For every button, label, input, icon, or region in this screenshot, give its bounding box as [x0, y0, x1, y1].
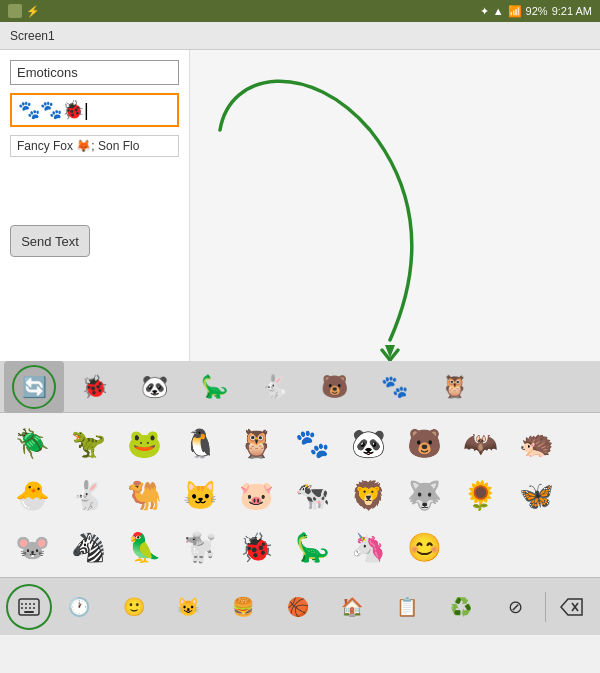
emoji-input-content: 🐾🐾🐞| [18, 100, 89, 120]
emoticons-label: Emoticons [10, 60, 179, 85]
emoji-trex[interactable]: 🦖 [60, 417, 116, 469]
travel-button[interactable]: 🏠 [325, 584, 380, 630]
emoji-keyboard: 🔄 🐞 🐼 🦕 🐇 🐻 🐾 🦉 🪲 🦖 🐸 🐧 🦉 🐾 🐼 🐻 🦇 🦔 🐣 🐇 [0, 361, 600, 635]
title-bar: Screen1 [0, 22, 600, 50]
objects-button[interactable]: 📋 [379, 584, 434, 630]
emoji-mouse[interactable]: 🐭 [4, 521, 60, 573]
status-bar: ⚡ ✦ ▲ 📶 92% 9:21 AM [0, 0, 600, 22]
food-button[interactable]: 🍔 [216, 584, 271, 630]
emoji-ladybug[interactable]: 🐞 [228, 521, 284, 573]
emoji-pig[interactable]: 🐷 [228, 469, 284, 521]
battery-text: 92% [526, 5, 548, 17]
emoji-cow[interactable]: 🐄 [284, 469, 340, 521]
app-indicator: ⚡ [26, 5, 40, 18]
status-bar-left: ⚡ [8, 4, 40, 18]
emoji-empty-2 [508, 521, 564, 573]
emoji-owl[interactable]: 🦉 [228, 417, 284, 469]
keyboard-icon [18, 598, 40, 616]
emoji-empty-1 [452, 521, 508, 573]
emoji-penguin[interactable]: 🐧 [172, 417, 228, 469]
face-button[interactable]: 😺 [161, 584, 216, 630]
emoji-camel[interactable]: 🐫 [116, 469, 172, 521]
emoji-paw[interactable]: 🐾 [284, 417, 340, 469]
emoji-unicorn[interactable]: 🦄 [340, 521, 396, 573]
recent-button[interactable]: 🕐 [52, 584, 107, 630]
emoji-row-3: 🐭 🦓 🦜 🐩 🐞 🦕 🦄 😊 [4, 521, 596, 573]
arrow-annotation [190, 50, 600, 361]
emoji-cat[interactable]: 🐱 [172, 469, 228, 521]
kb-divider [545, 592, 546, 622]
suggestion-dropdown[interactable]: Fancy Fox 🦊; Son Flo [10, 135, 179, 157]
emoji-hedgehog[interactable]: 🦔 [508, 417, 564, 469]
emoji-row-1: 🪲 🦖 🐸 🐧 🦉 🐾 🐼 🐻 🦇 🦔 [4, 417, 596, 469]
svg-marker-0 [385, 345, 395, 358]
right-panel [190, 50, 600, 361]
emoji-panda[interactable]: 🐼 [340, 417, 396, 469]
emoji-frog[interactable]: 🐸 [116, 417, 172, 469]
screen-title: Screen1 [10, 29, 55, 43]
category-panda[interactable]: 🐼 [124, 361, 184, 413]
emoji-bat[interactable]: 🦇 [452, 417, 508, 469]
smiley-button[interactable]: 🙂 [107, 584, 162, 630]
bluetooth-icon: ✦ [480, 5, 489, 18]
emoji-butterfly[interactable]: 🦋 [508, 469, 564, 521]
symbols-button[interactable]: ♻️ [434, 584, 489, 630]
emoji-chick[interactable]: 🐣 [4, 469, 60, 521]
emoji-zebra[interactable]: 🦓 [60, 521, 116, 573]
emoji-smile[interactable]: 😊 [396, 521, 452, 573]
category-bear[interactable]: 🐻 [304, 361, 364, 413]
svg-line-1 [382, 350, 390, 360]
activity-button[interactable]: 🏀 [270, 584, 325, 630]
emoji-rabbit[interactable]: 🐇 [60, 469, 116, 521]
emoji-sauropod[interactable]: 🦕 [284, 521, 340, 573]
emoji-lion[interactable]: 🦁 [340, 469, 396, 521]
category-dino[interactable]: 🦕 [184, 361, 244, 413]
signal-icon: ▲ [493, 5, 504, 17]
keyboard-bottom-bar: 🕐 🙂 😺 🍔 🏀 🏠 📋 ♻️ ⊘ [0, 577, 600, 635]
emoji-bear[interactable]: 🐻 [396, 417, 452, 469]
category-rabbit[interactable]: 🐇 [244, 361, 304, 413]
emoji-parrot[interactable]: 🦜 [116, 521, 172, 573]
app-area: Emoticons 🐾🐾🐞| Fancy Fox 🦊; Son Flo Send… [0, 50, 600, 361]
emoji-grid: 🪲 🦖 🐸 🐧 🦉 🐾 🐼 🐻 🦇 🦔 🐣 🐇 🐫 🐱 🐷 🐄 🦁 🐺 🌻 🦋 [0, 413, 600, 577]
time-display: 9:21 AM [552, 5, 592, 17]
emoji-wolf[interactable]: 🐺 [396, 469, 452, 521]
keyboard-circle [6, 584, 52, 630]
emoji-input[interactable]: 🐾🐾🐞| [10, 93, 179, 127]
category-bug[interactable]: 🐞 [64, 361, 124, 413]
status-bar-right: ✦ ▲ 📶 92% 9:21 AM [480, 5, 592, 18]
backspace-icon [559, 598, 583, 616]
emoji-row-2: 🐣 🐇 🐫 🐱 🐷 🐄 🦁 🐺 🌻 🦋 [4, 469, 596, 521]
send-text-button[interactable]: Send Text [10, 225, 90, 257]
category-active[interactable]: 🔄 [4, 361, 64, 413]
left-panel: Emoticons 🐾🐾🐞| Fancy Fox 🦊; Son Flo Send… [0, 50, 190, 361]
category-row: 🔄 🐞 🐼 🦕 🐇 🐻 🐾 🦉 [0, 361, 600, 413]
svg-line-2 [390, 350, 398, 360]
emoji-sunflower[interactable]: 🌻 [452, 469, 508, 521]
emoji-poodle[interactable]: 🐩 [172, 521, 228, 573]
app-icon [8, 4, 22, 18]
wifi-icon: 📶 [508, 5, 522, 18]
emoji-cricket[interactable]: 🪲 [4, 417, 60, 469]
flags-button[interactable]: ⊘ [489, 584, 544, 630]
keyboard-switch-button[interactable] [6, 584, 52, 630]
active-circle: 🔄 [12, 365, 56, 409]
backspace-button[interactable] [548, 584, 594, 630]
category-owl[interactable]: 🦉 [424, 361, 484, 413]
category-paw[interactable]: 🐾 [364, 361, 424, 413]
